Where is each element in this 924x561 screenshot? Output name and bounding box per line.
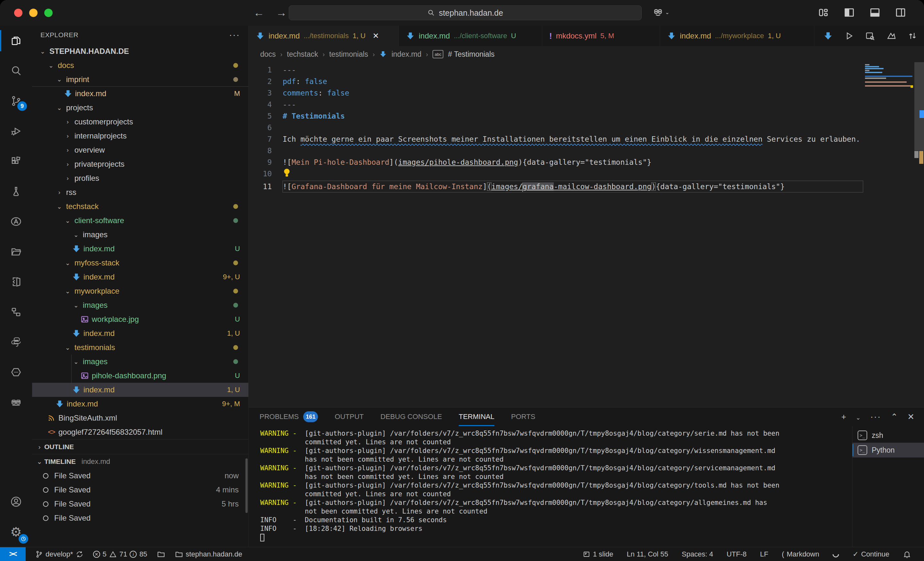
breadcrumb-item[interactable]: index.md [392, 50, 421, 59]
tree-item-images[interactable]: ⌄images [32, 355, 248, 369]
explorer-more-actions-icon[interactable]: ··· [229, 30, 240, 40]
hexagon-icon[interactable] [0, 357, 32, 387]
editor-tab-index-md[interactable]: index.md.../myworkplace1, U [660, 25, 814, 46]
remote-indicator[interactable]: >< [0, 547, 26, 561]
terminal-output[interactable]: WARNING - [git-authors-plugin] /var/fold… [249, 426, 852, 547]
editor-pane[interactable]: 1---2pdf: false3comments: false4---5# Te… [249, 62, 924, 407]
tree-item-techstack[interactable]: ⌄techstack [32, 199, 248, 214]
breadcrumb-item[interactable]: docs [260, 50, 276, 59]
close-icon[interactable]: ✕ [372, 31, 379, 40]
panel-tab-problems[interactable]: PROBLEMS161 [260, 407, 318, 426]
tree-item-index-md[interactable]: index.md9+, U [32, 270, 248, 284]
tree-item-overview[interactable]: ›overview [32, 143, 248, 157]
editor-tab-index-md[interactable]: index.md.../client-softwareU [399, 25, 542, 46]
timeline-entry[interactable]: File Saved5 hrs [32, 497, 248, 511]
code-line-3[interactable]: 3comments: false [249, 87, 863, 99]
tree-item-imprint[interactable]: ⌄imprint [32, 72, 248, 87]
panel-tab-output[interactable]: OUTPUT [334, 407, 363, 426]
panel-tab-terminal[interactable]: TERMINAL [459, 407, 494, 426]
close-window-button[interactable] [14, 9, 22, 17]
breadcrumb-item[interactable]: # Testimonials [448, 50, 494, 59]
tree-item-privateprojects[interactable]: ›privateprojects [32, 157, 248, 171]
marp-icon[interactable] [886, 31, 896, 41]
cursor-position[interactable]: Ln 11, Col 55 [627, 550, 668, 558]
robot-icon[interactable] [0, 387, 32, 417]
zoom-window-button[interactable] [44, 9, 52, 17]
tree-item-internalprojects[interactable]: ›internalprojects [32, 129, 248, 143]
minimap[interactable] [864, 62, 912, 407]
breadcrumb-item[interactable]: testimonials [329, 50, 368, 59]
forward-icon[interactable]: → [276, 6, 287, 19]
folder-status-item[interactable] [157, 550, 165, 558]
toggle-panel-icon[interactable] [870, 7, 880, 18]
tree-item-workplace-jpg[interactable]: workplace.jpgU [32, 312, 248, 326]
timeline-section-header[interactable]: ⌄ TIMELINE index.md [32, 454, 248, 469]
tree-item-myworkplace[interactable]: ⌄myworkplace [32, 284, 248, 298]
code-line-8[interactable]: 8 [249, 145, 863, 156]
code-line-5[interactable]: 5# Testimonials [249, 110, 863, 122]
tree-item-images[interactable]: ⌄images [32, 227, 248, 242]
timeline-entry[interactable]: File Saved [32, 511, 248, 525]
notifications-bell-icon[interactable] [903, 550, 911, 558]
tree-item-pihole-dashboard-png[interactable]: pihole-dashboard.pngU [32, 369, 248, 383]
tree-item-customerprojects[interactable]: ›customerprojects [32, 115, 248, 129]
run-debug-icon[interactable] [0, 116, 32, 146]
plus-icon[interactable]: + [841, 412, 846, 422]
preview-icon[interactable] [865, 31, 875, 41]
settings-gear-icon[interactable]: ⚙ [0, 517, 32, 547]
tree-item-docs[interactable]: ⌄docs [32, 58, 248, 72]
swap-icon[interactable] [908, 31, 918, 41]
copilot-menu[interactable]: ⌄ [653, 7, 669, 17]
tree-item-myfoss-stack[interactable]: ⌄myfoss-stack [32, 256, 248, 270]
tree-item-rss[interactable]: ›rss [32, 185, 248, 199]
back-icon[interactable]: ← [254, 6, 264, 19]
folder-icon[interactable] [0, 236, 32, 267]
chevron-down-icon[interactable]: ⌄ [856, 412, 861, 422]
panel-tab-ports[interactable]: PORTS [511, 407, 535, 426]
code-line-1[interactable]: 1--- [249, 64, 863, 76]
editor-scrollbar[interactable] [914, 62, 924, 407]
close-icon[interactable]: ✕ [908, 412, 914, 422]
tree-item-googlef727264f56832057-html[interactable]: <>googlef727264f56832057.html [32, 425, 248, 439]
problems-summary[interactable]: ✕ 5 71 i 85 [93, 550, 147, 558]
encoding[interactable]: UTF-8 [727, 550, 747, 558]
terminal-instance-python[interactable]: >_Python [852, 443, 924, 458]
code-line-6[interactable]: 6 [249, 122, 863, 133]
extensions-icon[interactable] [0, 146, 32, 176]
account-icon[interactable] [0, 487, 32, 517]
code-line-7[interactable]: 7Ich möchte gerne ein paar Screenshots m… [249, 133, 863, 145]
language-mode[interactable]: ( Markdown [782, 550, 819, 558]
testing-icon[interactable] [0, 176, 32, 206]
chevron-up-icon[interactable]: ⌃ [891, 412, 898, 422]
continue-extension-item[interactable]: ✓ Continue [852, 550, 890, 558]
tree-item-testimonials[interactable]: ⌄testimonials [32, 340, 248, 355]
editor-tab-index-md[interactable]: index.md.../testimonials1, U✕ [249, 25, 399, 46]
tree-item-index-md[interactable]: index.md1, U [32, 326, 248, 340]
tree-item-images[interactable]: ⌄images [32, 298, 248, 312]
explorer-icon[interactable] [0, 25, 32, 56]
python-icon[interactable] [0, 327, 32, 357]
org-chart-icon[interactable] [0, 297, 32, 327]
git-branch-item[interactable]: develop* [35, 550, 83, 558]
toggle-primary-sidebar-icon[interactable] [844, 7, 855, 18]
tree-item-index-md[interactable]: index.mdM [32, 87, 248, 101]
tree-item-index-md[interactable]: index.mdU [32, 242, 248, 256]
slide-count-item[interactable]: 1 slide [583, 550, 614, 558]
code-line-2[interactable]: 2pdf: false [249, 76, 863, 87]
lightbulb-icon[interactable] [283, 168, 291, 178]
outline-section-header[interactable]: › OUTLINE [32, 439, 248, 454]
code-line-11[interactable]: 11![Grafana-Dashboard für meine Mailcow-… [249, 181, 863, 192]
sidebar-scrollbar[interactable] [245, 458, 248, 513]
more-icon[interactable]: ··· [870, 411, 881, 422]
toggle-secondary-sidebar-icon[interactable] [895, 7, 906, 18]
minimize-window-button[interactable] [29, 9, 38, 17]
eol-sequence[interactable]: LF [760, 550, 768, 558]
workspace-status-item[interactable]: stephan.hadan.de [175, 550, 242, 558]
tree-item-projects[interactable]: ⌄projects [32, 101, 248, 115]
live-preview-icon[interactable] [0, 267, 32, 297]
panel-tab-debug-console[interactable]: DEBUG CONSOLE [381, 407, 442, 426]
timeline-entry[interactable]: File Saved4 mins [32, 483, 248, 497]
editor-tab-mkdocs-yml[interactable]: !mkdocs.yml5, M [542, 25, 660, 46]
source-control-icon[interactable]: 9 [0, 86, 32, 116]
tree-item-index-md[interactable]: index.md9+, M [32, 397, 248, 411]
